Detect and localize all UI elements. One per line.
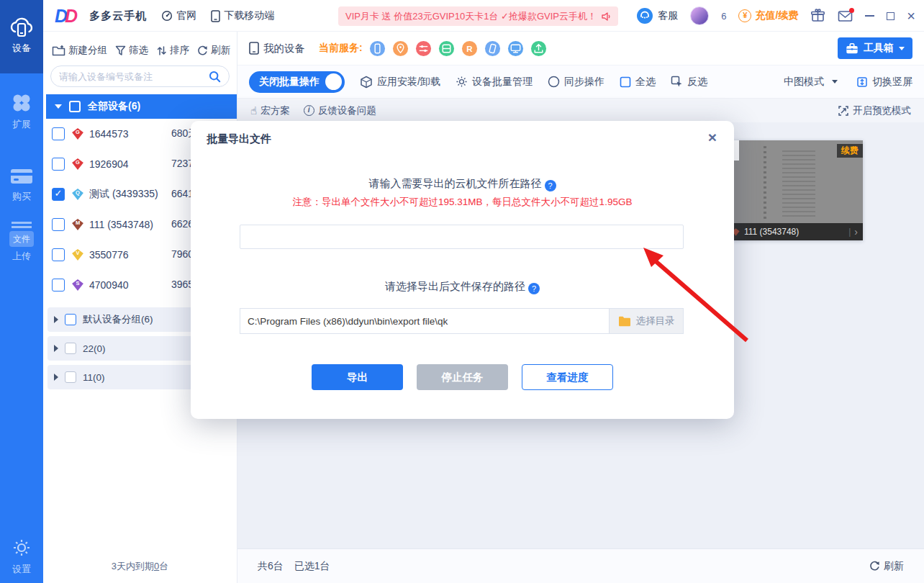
- all-devices-checkbox[interactable]: [69, 101, 81, 112]
- expiry-footer: 3天内到期0台: [43, 560, 237, 573]
- app-install-button[interactable]: 应用安装/卸载: [360, 76, 440, 89]
- card-icon: [10, 167, 33, 186]
- device-card-bar: 111 (3543748) | ›: [726, 223, 863, 240]
- rotate-service-icon[interactable]: [484, 40, 501, 57]
- chevron-down-icon[interactable]: [55, 104, 62, 109]
- sort-button[interactable]: 排序: [156, 44, 189, 57]
- switch-portrait-button[interactable]: 切换竖屏: [856, 76, 912, 89]
- notification-dot: [849, 8, 854, 13]
- chevron-down-icon: [899, 47, 905, 50]
- storage-service-icon[interactable]: [438, 40, 455, 57]
- device-name: 测试 (3439335): [89, 188, 158, 201]
- sidebar-item-label: 设置: [0, 563, 43, 576]
- phone-service-icon[interactable]: [369, 40, 386, 57]
- gift-button[interactable]: [810, 9, 825, 23]
- feedback-button[interactable]: i 反馈设备问题: [304, 104, 376, 117]
- toolbox-button[interactable]: 工具箱: [838, 37, 912, 59]
- stop-task-button[interactable]: 停止任务: [417, 364, 508, 390]
- view-progress-button[interactable]: 查看进度: [522, 364, 613, 390]
- nav-official-site[interactable]: 官网: [161, 9, 196, 22]
- modal-close-icon[interactable]: ×: [708, 129, 717, 146]
- source-path-input[interactable]: [240, 225, 684, 249]
- device-name: 4700940: [89, 279, 129, 291]
- select-all-button[interactable]: 全选: [620, 76, 656, 89]
- nav-download-mobile[interactable]: 下载移动端: [211, 9, 274, 22]
- help-icon[interactable]: ?: [528, 283, 540, 294]
- macro-button[interactable]: ☝ 宏方案: [250, 104, 290, 117]
- upload-service-icon[interactable]: [530, 40, 547, 57]
- briefcase-icon: [846, 42, 859, 55]
- device-preview-card[interactable]: 续费 111 (3543748) | ›: [726, 140, 863, 240]
- user-avatar[interactable]: [690, 6, 709, 25]
- batch-export-modal: 批量导出文件 × 请输入需要导出的云机文件所在路径? 注意：导出单个文件大小不可…: [191, 121, 734, 419]
- expand-arrow-icon[interactable]: ›: [854, 226, 858, 238]
- sidebar-item-label: 上传: [0, 250, 43, 263]
- device-checkbox[interactable]: [52, 279, 65, 292]
- size-limit-note: 注意：导出单个文件大小不可超过195.31MB，每日总文件大小不可超过1.95G…: [191, 196, 734, 209]
- maximize-button[interactable]: [887, 12, 894, 20]
- device-screen[interactable]: 续费: [726, 140, 863, 223]
- refresh-icon: [197, 45, 208, 56]
- invert-select-button[interactable]: 反选: [671, 76, 707, 89]
- sidebar-item-devices[interactable]: 设备: [0, 0, 43, 73]
- source-path-label: 请输入需要导出的云机文件所在路径?: [191, 177, 734, 191]
- group-label: 11(0): [83, 372, 105, 383]
- status-bar: 共6台 已选1台 刷新: [237, 548, 924, 583]
- chevron-right-icon[interactable]: [54, 345, 58, 352]
- screen-service-icon[interactable]: [507, 40, 524, 57]
- invert-cursor-icon: [671, 76, 683, 88]
- group-checkbox[interactable]: [65, 343, 76, 354]
- refresh-list-button[interactable]: 刷新: [869, 560, 904, 573]
- sliders-service-icon[interactable]: [415, 40, 432, 57]
- help-icon[interactable]: ?: [545, 180, 556, 191]
- device-checkbox[interactable]: [52, 158, 65, 171]
- mail-button[interactable]: [838, 10, 853, 22]
- new-group-button[interactable]: 新建分组: [52, 44, 107, 57]
- close-button[interactable]: ×: [907, 9, 915, 23]
- sidebar-item-file-upload[interactable]: 文件 上传: [0, 222, 43, 263]
- macro-row: ☝ 宏方案 i 反馈设备问题 开启预览模式: [237, 98, 924, 122]
- chevron-right-icon[interactable]: [54, 316, 58, 323]
- device-search: [50, 65, 230, 87]
- svg-text:R: R: [466, 44, 473, 53]
- device-checkbox[interactable]: [52, 127, 65, 140]
- filter-button[interactable]: 筛选: [115, 44, 148, 57]
- modal-title: 批量导出文件: [207, 132, 271, 146]
- main-header: 我的设备 当前服务: R 工具箱: [237, 32, 924, 65]
- group-checkbox[interactable]: [65, 314, 76, 325]
- svg-text:M: M: [76, 220, 80, 226]
- device-checkbox-checked[interactable]: [52, 188, 65, 201]
- chevron-right-icon[interactable]: [54, 374, 58, 381]
- root-service-icon[interactable]: R: [461, 40, 478, 57]
- sidebar-item-buy[interactable]: 购买: [0, 167, 43, 203]
- device-checkbox[interactable]: [52, 248, 65, 261]
- preview-mode-button[interactable]: 开启预览模式: [838, 104, 911, 117]
- minimize-button[interactable]: [865, 15, 874, 17]
- refresh-button[interactable]: 刷新: [197, 44, 230, 57]
- sidebar-item-settings[interactable]: 设置: [0, 537, 43, 576]
- sidebar: 设备 扩展 购买 文件 上传 设置: [0, 0, 43, 583]
- search-icon[interactable]: [209, 71, 221, 83]
- device-checkbox[interactable]: [52, 218, 65, 231]
- batch-toggle[interactable]: 关闭批量操作: [249, 71, 345, 93]
- renew-badge[interactable]: 续费: [837, 144, 863, 158]
- location-service-icon[interactable]: [392, 40, 409, 57]
- promo-banner[interactable]: VIP月卡 送 价值23元GVIP10天卡1台 ✓抢爆款GVIP云手机！: [338, 6, 618, 26]
- group-checkbox[interactable]: [65, 371, 76, 383]
- batch-manage-button[interactable]: 设备批量管理: [456, 76, 533, 89]
- app-name: 多多云手机: [89, 9, 147, 23]
- recharge-button[interactable]: ¥ 充值/续费: [738, 9, 798, 22]
- info-icon: i: [304, 105, 314, 116]
- device-search-input[interactable]: [59, 71, 209, 82]
- export-button[interactable]: 导出: [312, 364, 403, 390]
- svg-text:G: G: [76, 159, 80, 166]
- sync-operation-button[interactable]: 同步操作: [548, 76, 604, 89]
- all-devices-header[interactable]: 全部设备(6): [46, 94, 237, 119]
- view-mode-dropdown[interactable]: 中图模式: [784, 76, 838, 89]
- gem-icon: M: [71, 217, 85, 232]
- choose-directory-button[interactable]: 选择目录: [609, 308, 684, 334]
- dest-path-input[interactable]: [240, 308, 609, 334]
- funnel-icon: [115, 45, 126, 56]
- sidebar-item-extend[interactable]: 扩展: [0, 92, 43, 131]
- customer-service[interactable]: 客服: [636, 7, 678, 24]
